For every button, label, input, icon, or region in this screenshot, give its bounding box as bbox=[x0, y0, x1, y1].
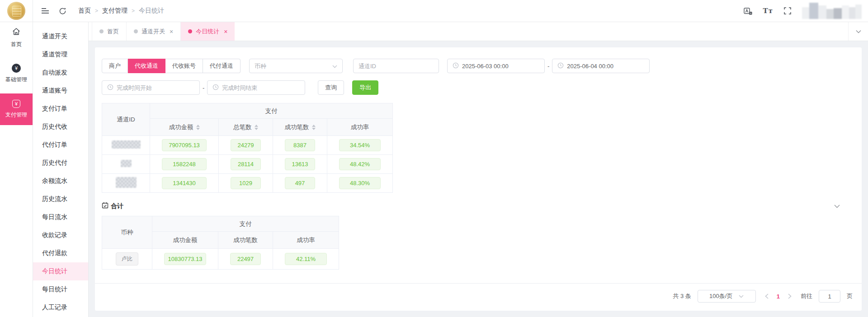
collapse-sidebar-icon[interactable] bbox=[42, 8, 50, 14]
tab-channel-switch[interactable]: 通道开关 × bbox=[127, 22, 181, 41]
column-header-success-rate: 成功率 bbox=[327, 119, 393, 136]
channel-id-cell bbox=[102, 155, 150, 174]
success-rate-cell: 34.54% bbox=[327, 136, 393, 155]
sidebar-item-history-collection[interactable]: 历史代收 bbox=[33, 118, 88, 136]
column-header-success-rate: 成功率 bbox=[273, 232, 339, 249]
summary-collapse-icon[interactable] bbox=[834, 205, 840, 208]
sidebar-item-channel-management[interactable]: 通道管理 bbox=[33, 46, 88, 64]
finish-time-start-input[interactable] bbox=[117, 84, 194, 91]
segment-collection-account[interactable]: 代收账号 bbox=[165, 59, 203, 73]
sort-icon[interactable] bbox=[255, 125, 258, 130]
clock-icon bbox=[453, 62, 459, 70]
tab-dot-icon bbox=[99, 29, 104, 33]
tab-label: 今日统计 bbox=[196, 28, 219, 36]
goto-label: 前往 bbox=[801, 292, 812, 300]
sidebar-item-daily-flow[interactable]: 每日流水 bbox=[33, 208, 88, 226]
current-page[interactable]: 1 bbox=[775, 293, 782, 300]
sidebar-item-channel-switch[interactable]: 通道开关 bbox=[33, 28, 88, 46]
column-header-success-count[interactable]: 成功笔数 bbox=[273, 119, 327, 136]
next-page-button[interactable] bbox=[788, 294, 792, 299]
page-unit-label: 页 bbox=[847, 292, 853, 300]
table-row: 1341430 1029 497 48.30% bbox=[102, 174, 393, 193]
sort-icon[interactable] bbox=[196, 125, 200, 130]
end-datetime-picker[interactable] bbox=[552, 59, 650, 73]
home-icon bbox=[12, 27, 21, 37]
search-button[interactable]: 查询 bbox=[318, 80, 344, 95]
rail-item-label: 首页 bbox=[11, 41, 22, 48]
rail-item-home[interactable]: 首页 bbox=[0, 25, 33, 50]
breadcrumb: 首页 > 支付管理 > 今日统计 bbox=[78, 7, 164, 15]
breadcrumb-payment[interactable]: 支付管理 bbox=[102, 7, 127, 15]
channel-id-input[interactable] bbox=[359, 63, 434, 70]
end-datetime-input[interactable] bbox=[567, 63, 644, 70]
clock-icon bbox=[557, 62, 564, 70]
currency-cell: 卢比 bbox=[102, 249, 152, 270]
sort-icon[interactable] bbox=[312, 125, 316, 130]
breadcrumb-home[interactable]: 首页 bbox=[78, 7, 91, 15]
sidebar-item-receipt-records[interactable]: 收款记录 bbox=[33, 226, 88, 244]
tab-close-icon[interactable]: × bbox=[224, 28, 227, 35]
export-button[interactable]: 导出 bbox=[352, 80, 378, 95]
dimension-segment-group: 商户 代收通道 代收账号 代付通道 bbox=[102, 59, 241, 73]
sidebar-item-payment-orders[interactable]: 支付订单 bbox=[33, 100, 88, 118]
sidebar-item-balance-flow[interactable]: 余额流水 bbox=[33, 172, 88, 190]
rail-item-base-management[interactable]: ¥ 基础管理 bbox=[0, 61, 33, 86]
prev-page-button[interactable] bbox=[765, 294, 769, 299]
app-logo bbox=[7, 2, 25, 20]
pagination-divider bbox=[95, 283, 862, 284]
language-icon[interactable] bbox=[744, 7, 752, 15]
currency-select-input[interactable] bbox=[255, 63, 329, 70]
fullscreen-icon[interactable] bbox=[784, 7, 791, 14]
rail-item-payment-management[interactable]: ¥ 支付管理 bbox=[0, 93, 33, 125]
sidebar-item-today-stats[interactable]: 今日统计 bbox=[33, 262, 88, 280]
channel-stats-table: 通道ID 支付 成功金额 总笔数 成功笔数 成功率 bbox=[102, 103, 393, 193]
channel-id-cell bbox=[102, 136, 150, 155]
sidebar-item-daily-stats[interactable]: 每日统计 bbox=[33, 280, 88, 298]
page-size-select[interactable]: 100条/页 bbox=[698, 290, 756, 303]
topbar-left: 首页 > 支付管理 > 今日统计 bbox=[33, 0, 164, 22]
sidebar-item-auto-dispatch[interactable]: 自动派发 bbox=[33, 64, 88, 82]
refresh-icon[interactable] bbox=[59, 7, 66, 15]
tabs-dropdown-button[interactable] bbox=[848, 22, 868, 41]
rail-item-label: 支付管理 bbox=[5, 111, 27, 119]
topbar-right: Tᴛ bbox=[744, 0, 868, 22]
start-datetime-input[interactable] bbox=[462, 63, 539, 70]
segment-payout-channel[interactable]: 代付通道 bbox=[203, 59, 241, 73]
finish-time-end-picker[interactable] bbox=[207, 80, 305, 95]
sidebar-item-history-flow[interactable]: 历史流水 bbox=[33, 190, 88, 208]
user-menu[interactable] bbox=[802, 3, 862, 19]
segment-merchant[interactable]: 商户 bbox=[102, 59, 128, 73]
redacted-channel-id bbox=[112, 140, 141, 149]
tab-home[interactable]: 首页 bbox=[92, 22, 127, 41]
redacted-channel-id bbox=[116, 177, 137, 188]
success-rate-cell: 42.11% bbox=[273, 249, 339, 270]
sidebar-item-payout-refund[interactable]: 代付退款 bbox=[33, 244, 88, 262]
tab-today-stats[interactable]: 今日统计 × bbox=[181, 22, 235, 41]
goto-page-input[interactable] bbox=[819, 290, 840, 303]
tab-close-icon[interactable]: × bbox=[170, 28, 173, 35]
finish-time-end-input[interactable] bbox=[222, 84, 300, 91]
sidebar-item-channel-account[interactable]: 通道账号 bbox=[33, 82, 88, 100]
sidebar-item-payout-orders[interactable]: 代付订单 bbox=[33, 136, 88, 154]
sidebar-item-manual-records[interactable]: 人工记录 bbox=[33, 298, 88, 317]
currency-tag: 卢比 bbox=[116, 252, 138, 266]
channel-id-field[interactable] bbox=[353, 59, 439, 73]
pagination: 共 3 条 100条/页 1 前往 bbox=[102, 290, 853, 303]
summary-icon bbox=[102, 202, 108, 210]
sidebar-item-history-payout[interactable]: 历史代付 bbox=[33, 154, 88, 172]
column-header-success-amount[interactable]: 成功金额 bbox=[150, 119, 219, 136]
table-row: 1582248 28114 13613 48.42% bbox=[102, 155, 393, 174]
font-size-icon[interactable]: Tᴛ bbox=[763, 7, 773, 15]
content-area: 商户 代收通道 代收账号 代付通道 bbox=[89, 41, 868, 317]
success-count-cell: 8387 bbox=[273, 136, 327, 155]
total-count-cell: 28114 bbox=[219, 155, 273, 174]
start-datetime-picker[interactable] bbox=[447, 59, 545, 73]
currency-select[interactable] bbox=[249, 59, 343, 73]
summary-table: 币种 支付 成功金额 成功笔数 成功率 卢比 bbox=[102, 216, 339, 270]
tab-dot-icon bbox=[134, 29, 138, 33]
finish-time-start-picker[interactable] bbox=[102, 80, 200, 95]
logo-cell bbox=[0, 0, 33, 22]
column-header-total-count[interactable]: 总笔数 bbox=[219, 119, 273, 136]
breadcrumb-separator-icon: > bbox=[132, 8, 135, 14]
segment-collection-channel[interactable]: 代收通道 bbox=[128, 59, 165, 73]
